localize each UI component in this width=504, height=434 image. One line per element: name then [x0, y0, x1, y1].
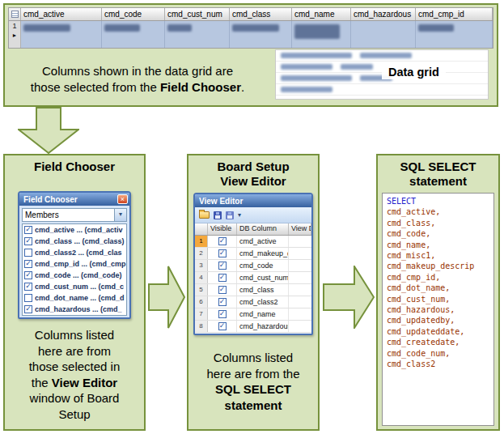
view-editor-row[interactable]: 7cmd_name: [195, 308, 311, 321]
close-icon[interactable]: ×: [117, 194, 128, 204]
view-editor-row[interactable]: 1cmd_active: [195, 236, 311, 248]
visible-cell[interactable]: [208, 248, 237, 259]
row-number[interactable]: 6: [195, 296, 208, 308]
view-display-cell[interactable]: [289, 284, 311, 296]
row-number[interactable]: 3: [195, 260, 208, 271]
checkbox[interactable]: [24, 283, 32, 291]
db-column-cell[interactable]: cmd_hazardous: [237, 321, 289, 332]
row-number[interactable]: 7: [195, 308, 208, 320]
checkbox[interactable]: [24, 305, 32, 313]
field-chooser-titlebar[interactable]: Field Chooser×: [19, 193, 129, 206]
db-column-cell[interactable]: cmd_name: [237, 308, 289, 320]
view-editor-row[interactable]: 8cmd_hazardous: [195, 321, 311, 333]
grid-column-header[interactable]: cmd_active: [21, 8, 102, 20]
grid-cell[interactable]: [102, 21, 165, 48]
grid-column-header[interactable]: cmd_class: [230, 8, 292, 20]
field-list-item[interactable]: cmd_cust_num ... (cmd_c: [23, 281, 126, 292]
view-display-cell[interactable]: [289, 236, 311, 247]
grid-cell[interactable]: [416, 21, 493, 48]
grid-cell[interactable]: [165, 21, 230, 48]
sql-line: cmd_code_num,: [387, 348, 489, 359]
grid-column-header[interactable]: cmd_code: [102, 8, 165, 20]
view-editor-row[interactable]: 3cmd_code: [195, 260, 311, 272]
grid-column-header[interactable]: cmd_cust_num: [165, 8, 230, 20]
field-list-item[interactable]: cmd_code ... (cmd_code): [23, 270, 126, 281]
open-folder-icon[interactable]: [199, 211, 210, 219]
checkbox[interactable]: [218, 286, 227, 294]
visible-cell[interactable]: [208, 308, 237, 320]
checkbox[interactable]: [24, 237, 32, 245]
checkbox[interactable]: [218, 262, 227, 270]
checkbox[interactable]: [218, 310, 227, 318]
checkbox[interactable]: [218, 274, 227, 282]
members-dropdown[interactable]: Members▾: [22, 208, 127, 222]
data-grid-label: Data grid: [382, 65, 446, 79]
view-display-cell[interactable]: [289, 321, 311, 332]
field-list-item[interactable]: cmd_class2 ... (cmd_clas: [23, 247, 126, 258]
grid-column-header[interactable]: cmd_name: [292, 8, 351, 20]
grid-row-header[interactable]: 1►: [9, 21, 21, 48]
view-editor-titlebar[interactable]: View Editor: [195, 194, 311, 207]
checkbox[interactable]: [24, 271, 32, 279]
field-list-item[interactable]: cmd_class ... (cmd_class): [23, 236, 126, 247]
checkbox[interactable]: [218, 249, 227, 257]
checkbox[interactable]: [218, 322, 227, 330]
view-display-cell[interactable]: [289, 260, 311, 271]
view-editor-row[interactable]: 5cmd_class: [195, 284, 311, 296]
db-column-cell[interactable]: cmd_class: [237, 284, 289, 296]
view-editor-row[interactable]: 4cmd_cust_num: [195, 272, 311, 284]
grid-corner-cell[interactable]: [9, 8, 21, 20]
grid-cell[interactable]: [230, 21, 292, 48]
db-column-cell[interactable]: cmd_class2: [237, 296, 289, 308]
row-number[interactable]: 4: [195, 272, 208, 283]
field-list-item[interactable]: cmd_active ... (cmd_activ: [23, 224, 126, 236]
view-display-cell[interactable]: [289, 272, 311, 283]
field-list-item[interactable]: cmd_dot_name ... (cmd_d: [23, 292, 126, 304]
grid-cell[interactable]: [292, 21, 351, 48]
grid-data-row[interactable]: 1►: [8, 21, 493, 49]
db-column-cell[interactable]: cmd_active: [237, 236, 289, 247]
checkbox[interactable]: [24, 249, 32, 257]
chevron-down-icon[interactable]: ▾: [114, 209, 126, 221]
db-column-cell[interactable]: cmd_cust_num: [237, 272, 289, 283]
db-column-cell[interactable]: cmd_makeup_d...: [237, 248, 289, 259]
visible-cell[interactable]: [208, 284, 237, 296]
visible-cell[interactable]: [208, 260, 237, 271]
view-display-cell[interactable]: [289, 248, 311, 259]
grid-column-header[interactable]: cmd_cmp_id: [416, 8, 493, 20]
sql-line: cmd_cmp_id,: [387, 272, 489, 283]
row-number[interactable]: 2: [195, 248, 208, 259]
view-editor-row[interactable]: 2cmd_makeup_d...: [195, 248, 311, 260]
row-number[interactable]: 1: [195, 236, 208, 247]
db-column-cell[interactable]: cmd_code: [237, 260, 289, 271]
db-column-header[interactable]: DB Column: [237, 223, 289, 235]
view-display-column-header[interactable]: View Di: [289, 223, 311, 235]
field-list-item[interactable]: cmd_cmp_id ... (cmd_cmp: [23, 258, 126, 270]
visible-cell[interactable]: [208, 236, 237, 247]
toolbar-overflow-icon[interactable]: ▾: [238, 211, 241, 219]
checkbox[interactable]: [218, 237, 227, 245]
view-display-cell[interactable]: [289, 308, 311, 320]
field-label: cmd_cmp_id ... (cmd_cmp: [35, 260, 126, 268]
checkbox[interactable]: [24, 226, 32, 234]
view-editor-row[interactable]: 6cmd_class2: [195, 296, 311, 308]
visible-cell[interactable]: [208, 296, 237, 308]
grid-cell[interactable]: [21, 21, 102, 48]
save-icon[interactable]: [214, 211, 222, 219]
right-arrow: [148, 266, 185, 329]
checkbox[interactable]: [24, 294, 32, 302]
checkbox[interactable]: [24, 260, 32, 268]
grid-cell[interactable]: [351, 21, 416, 48]
redacted-text-blob: [360, 53, 412, 58]
visible-cell[interactable]: [208, 321, 237, 332]
sql-statement-box: SELECT cmd_active, cmd_class, cmd_code, …: [382, 193, 494, 426]
row-number[interactable]: 8: [195, 321, 208, 332]
field-list-item[interactable]: cmd_hazardous ... (cmd_: [23, 304, 126, 315]
grid-column-header[interactable]: cmd_hazardous: [351, 8, 416, 20]
save-all-icon[interactable]: [226, 211, 234, 219]
view-display-cell[interactable]: [289, 296, 311, 308]
visible-cell[interactable]: [208, 272, 237, 283]
visible-column-header[interactable]: Visible: [208, 223, 237, 235]
checkbox[interactable]: [218, 298, 227, 306]
row-number[interactable]: 5: [195, 284, 208, 296]
